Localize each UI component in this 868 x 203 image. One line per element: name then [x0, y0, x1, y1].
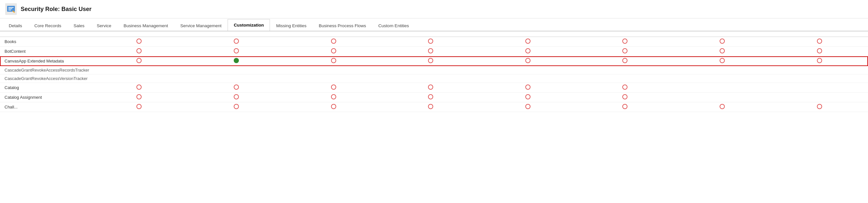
empty-circle-icon [622, 85, 627, 90]
empty-circle-icon [720, 48, 725, 53]
table-row: CascadeGrantRevokeAccessRecordsTracker [0, 66, 868, 75]
empty-permissions [91, 75, 868, 83]
permission-cell-4[interactable] [479, 47, 577, 56]
entity-name-cell: Chall... [0, 102, 91, 112]
permission-cell-5[interactable] [577, 37, 674, 47]
empty-circle-icon [331, 94, 336, 99]
permission-cell-7[interactable] [771, 93, 868, 102]
empty-circle-icon [234, 38, 239, 44]
permission-cell-5[interactable] [577, 102, 674, 112]
permission-cell-2[interactable] [285, 102, 382, 112]
empty-circle-icon [331, 85, 336, 90]
permission-cell-0[interactable] [91, 37, 188, 47]
empty-circle-icon [525, 38, 530, 44]
permission-cell-1[interactable] [188, 102, 285, 112]
tab-custom-entities[interactable]: Custom Entities [372, 20, 415, 31]
empty-circle-icon [622, 104, 627, 109]
table-row: BotContent [0, 47, 868, 56]
permission-cell-6[interactable] [674, 37, 771, 47]
permission-cell-6[interactable] [674, 56, 771, 66]
permission-cell-6[interactable] [674, 93, 771, 102]
permission-cell-1[interactable] [188, 93, 285, 102]
permission-cell-6[interactable] [674, 102, 771, 112]
permission-cell-4[interactable] [479, 83, 577, 93]
permission-cell-3[interactable] [382, 93, 479, 102]
empty-circle-icon [428, 58, 433, 63]
permission-cell-3[interactable] [382, 56, 479, 66]
permission-cell-0[interactable] [91, 83, 188, 93]
tab-missing-entities[interactable]: Missing Entities [270, 20, 313, 31]
tab-service-management[interactable]: Service Management [174, 20, 228, 31]
entity-name-cell: CanvasApp Extended Metadata [0, 56, 91, 66]
permission-cell-5[interactable] [577, 47, 674, 56]
permission-cell-0[interactable] [91, 47, 188, 56]
empty-circle-icon [428, 104, 433, 109]
entity-name-cell: Catalog Assignment [0, 93, 91, 102]
permission-cell-6[interactable] [674, 47, 771, 56]
table-row: Books [0, 37, 868, 47]
empty-circle-icon [428, 85, 433, 90]
permission-cell-4[interactable] [479, 56, 577, 66]
permission-cell-2[interactable] [285, 47, 382, 56]
empty-circle-icon [817, 48, 822, 53]
empty-circle-icon [817, 38, 822, 44]
empty-circle-icon [234, 48, 239, 53]
permission-cell-5[interactable] [577, 83, 674, 93]
empty-circle-icon [817, 104, 822, 109]
permission-cell-5[interactable] [577, 93, 674, 102]
permission-cell-2[interactable] [285, 37, 382, 47]
entity-name-cell: CascadeGrantRevokeAccessVersionTracker [0, 75, 91, 83]
permission-cell-1[interactable] [188, 83, 285, 93]
permission-cell-2[interactable] [285, 56, 382, 66]
permission-cell-7[interactable] [771, 37, 868, 47]
table-row: Catalog Assignment [0, 93, 868, 102]
empty-circle-icon [622, 58, 627, 63]
empty-circle-icon [428, 38, 433, 44]
empty-circle-icon [525, 48, 530, 53]
empty-circle-icon [136, 38, 142, 44]
permission-cell-3[interactable] [382, 102, 479, 112]
empty-circle-icon [720, 104, 725, 109]
empty-circle-icon [817, 58, 822, 63]
empty-circle-icon [331, 48, 336, 53]
permission-cell-3[interactable] [382, 47, 479, 56]
empty-circle-icon [331, 38, 336, 44]
empty-circle-icon [234, 94, 239, 99]
content-area: BooksBotContentCanvasApp Extended Metada… [0, 31, 868, 112]
tab-details[interactable]: Details [3, 20, 28, 31]
empty-circle-icon [720, 38, 725, 44]
table-row: CanvasApp Extended Metadata [0, 56, 868, 66]
permission-cell-3[interactable] [382, 37, 479, 47]
permission-cell-4[interactable] [479, 93, 577, 102]
permission-cell-7[interactable] [771, 102, 868, 112]
permissions-table: BooksBotContentCanvasApp Extended Metada… [0, 31, 868, 112]
permission-cell-0[interactable] [91, 56, 188, 66]
tab-core-records[interactable]: Core Records [28, 20, 67, 31]
table-row: Chall... [0, 102, 868, 112]
permission-cell-7[interactable] [771, 56, 868, 66]
permission-cell-4[interactable] [479, 102, 577, 112]
permission-cell-2[interactable] [285, 93, 382, 102]
tab-business-process-flows[interactable]: Business Process Flows [313, 20, 372, 31]
empty-circle-icon [622, 48, 627, 53]
permission-cell-0[interactable] [91, 102, 188, 112]
col-header-5 [479, 31, 577, 37]
col-header-6 [577, 31, 674, 37]
permission-cell-1[interactable] [188, 56, 285, 66]
permission-cell-4[interactable] [479, 37, 577, 47]
permission-cell-0[interactable] [91, 93, 188, 102]
tab-business-management[interactable]: Business Management [117, 20, 174, 31]
permission-cell-6[interactable] [674, 83, 771, 93]
tab-service[interactable]: Service [91, 20, 117, 31]
col-header-7 [674, 31, 771, 37]
permission-cell-2[interactable] [285, 83, 382, 93]
permission-cell-1[interactable] [188, 37, 285, 47]
permission-cell-3[interactable] [382, 83, 479, 93]
tab-sales[interactable]: Sales [68, 20, 91, 31]
tab-customization[interactable]: Customization [227, 19, 270, 31]
permission-cell-7[interactable] [771, 47, 868, 56]
permission-cell-1[interactable] [188, 47, 285, 56]
permission-cell-5[interactable] [577, 56, 674, 66]
empty-circle-icon [136, 48, 142, 53]
permission-cell-7[interactable] [771, 83, 868, 93]
